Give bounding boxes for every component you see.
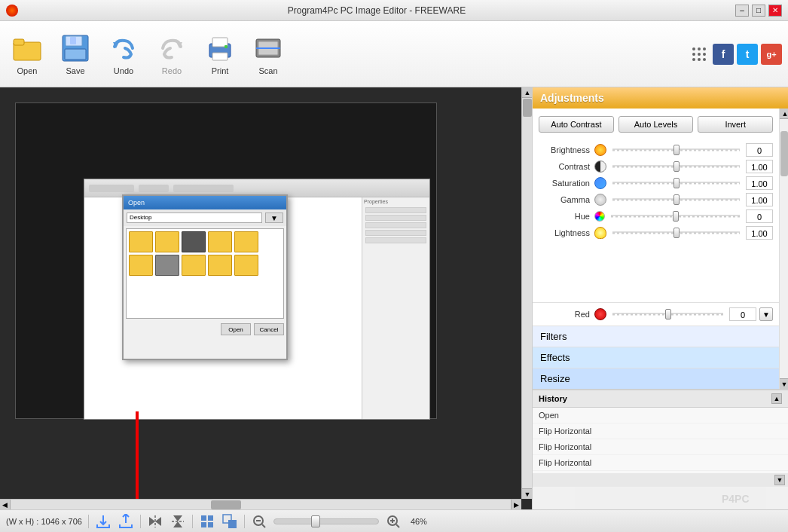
effects-label: Effects: [540, 352, 570, 363]
zoom-percent: 46%: [411, 517, 427, 526]
minimize-button[interactable]: –: [735, 5, 749, 17]
canvas-area[interactable]: Open Desktop ▼: [0, 87, 532, 509]
toolbar: Open Save Undo: [0, 21, 788, 87]
gamma-slider[interactable]: [612, 194, 740, 205]
history-item[interactable]: Open: [533, 408, 788, 423]
history-panel: History ▲ Open Flip Horizontal Flip Hori…: [533, 389, 788, 509]
svg-rect-18: [201, 515, 206, 521]
statusbar-sep1: [88, 515, 89, 528]
resize-section[interactable]: Resize: [533, 368, 779, 389]
right-panel-scrollbar[interactable]: ▲ ▼: [779, 109, 788, 389]
zoom-slider[interactable]: [273, 518, 379, 524]
save-label: Save: [66, 66, 84, 75]
image-dimensions: (W x H) : 788 x 532: [6, 517, 82, 526]
undo-icon: [108, 33, 139, 63]
canvas-vscrollbar[interactable]: ▲ ▼: [521, 87, 532, 499]
saturation-slider[interactable]: [612, 178, 740, 188]
close-button[interactable]: ✕: [768, 5, 782, 17]
zoom-in-button[interactable]: [385, 513, 402, 530]
canvas-hscrollbar[interactable]: ◀ ▶: [0, 499, 521, 509]
red-value[interactable]: 0: [729, 307, 756, 321]
sim-dialog: Open Desktop ▼: [122, 194, 288, 360]
arrange-2[interactable]: [221, 513, 238, 530]
window-controls: – □ ✕: [735, 5, 782, 17]
open-button[interactable]: Open: [6, 30, 48, 78]
statusbar-sep2: [140, 515, 141, 528]
effects-section[interactable]: Effects: [533, 347, 779, 368]
history-item[interactable]: Flip Horizontal: [533, 455, 788, 471]
zoom-slider-thumb[interactable]: [311, 515, 320, 527]
redo-icon: [157, 33, 187, 63]
undo-button[interactable]: Undo: [102, 30, 145, 78]
lightness-slider[interactable]: [612, 228, 740, 238]
auto-levels-button[interactable]: Auto Levels: [618, 116, 694, 133]
vscrollbar-thumb[interactable]: [523, 99, 532, 117]
open-label: Open: [17, 66, 38, 75]
facebook-button[interactable]: f: [713, 44, 734, 65]
invert-button[interactable]: Invert: [698, 116, 773, 133]
tool-1[interactable]: [95, 513, 111, 530]
print-icon: [205, 33, 235, 63]
watermark: P4PC: [533, 487, 788, 509]
contrast-slider[interactable]: [612, 161, 740, 172]
screenshot-inner: Open Desktop ▼: [84, 179, 430, 420]
svg-text:P4PC: P4PC: [722, 493, 750, 505]
sim-dialog-title: Open: [124, 196, 286, 209]
adj-top-buttons: Auto Contrast Auto Levels Invert: [539, 113, 773, 136]
scan-label: Scan: [258, 66, 277, 75]
lightness-label: Lightness: [539, 228, 590, 237]
hue-row: Hue 0: [539, 209, 773, 223]
googleplus-button[interactable]: g+: [761, 44, 782, 65]
app-logo: [6, 5, 18, 17]
flip-v-button[interactable]: [170, 513, 186, 530]
history-scrollbar-down[interactable]: ▼: [774, 475, 785, 485]
history-item[interactable]: Flip Horizontal: [533, 423, 788, 439]
gamma-value[interactable]: 1.00: [746, 193, 773, 206]
gamma-label: Gamma: [539, 195, 590, 204]
social-links: f t g+: [689, 44, 782, 65]
saturation-label: Saturation: [539, 179, 590, 188]
print-button[interactable]: Print: [199, 30, 241, 78]
save-button[interactable]: Save: [54, 30, 96, 78]
hue-slider[interactable]: [611, 211, 740, 222]
right-scrollbar-thumb[interactable]: [780, 131, 788, 176]
saturation-icon: [594, 177, 606, 189]
history-scrollbar-up[interactable]: ▲: [771, 393, 782, 404]
grid-menu-icon[interactable]: [689, 44, 710, 65]
saturation-value[interactable]: 1.00: [746, 176, 773, 190]
auto-contrast-button[interactable]: Auto Contrast: [539, 116, 614, 133]
contrast-value[interactable]: 1.00: [746, 160, 773, 173]
history-item[interactable]: Flip Horizontal: [533, 439, 788, 455]
flip-h-button[interactable]: [147, 513, 163, 530]
expand-red-button[interactable]: ▼: [759, 307, 773, 321]
svg-line-30: [396, 524, 399, 527]
svg-rect-1: [14, 39, 24, 45]
svg-rect-21: [208, 522, 213, 527]
scan-button[interactable]: Scan: [247, 30, 289, 78]
restore-button[interactable]: □: [752, 5, 765, 17]
svg-rect-19: [208, 515, 213, 521]
main-area: Open Desktop ▼: [0, 87, 788, 509]
lightness-value[interactable]: 1.00: [746, 226, 773, 240]
arrange-1[interactable]: [199, 513, 215, 530]
svg-rect-23: [228, 520, 237, 528]
statusbar-sep3: [192, 515, 193, 528]
brightness-slider[interactable]: [612, 145, 740, 155]
history-header: History ▲: [533, 390, 788, 408]
statusbar-sep4: [244, 515, 245, 528]
twitter-button[interactable]: t: [737, 44, 758, 65]
brightness-row: Brightness 0: [539, 143, 773, 157]
red-slider[interactable]: [612, 309, 723, 320]
redo-button[interactable]: Redo: [151, 30, 193, 78]
hue-value[interactable]: 0: [746, 209, 773, 223]
brightness-value[interactable]: 0: [746, 143, 773, 157]
tool-2[interactable]: [118, 513, 134, 530]
contrast-icon: [594, 161, 606, 173]
brightness-label: Brightness: [539, 145, 590, 154]
zoom-out-button[interactable]: [251, 513, 267, 530]
filters-section[interactable]: Filters: [533, 326, 779, 347]
svg-rect-4: [65, 49, 86, 60]
right-panel: Adjustments Auto Contrast Auto Levels In…: [532, 87, 788, 509]
canvas-image: Open Desktop ▼: [15, 102, 437, 419]
history-footer: ▼: [533, 473, 788, 487]
